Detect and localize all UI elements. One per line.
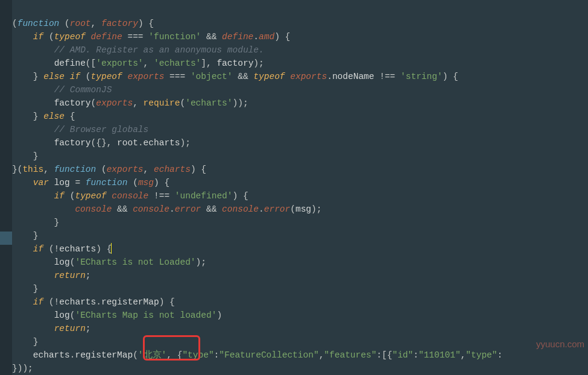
code-editor[interactable]: (function (root, factory) { if (typeof d… xyxy=(12,4,502,375)
kw-function: function xyxy=(17,19,60,28)
gutter xyxy=(0,0,12,375)
line-marker xyxy=(0,232,12,245)
comment-amd: // AMD. Register as an anonymous module. xyxy=(54,45,264,55)
comment-browser: // Browser globals xyxy=(54,125,149,134)
watermark: yyuucn.com xyxy=(536,338,584,351)
text-cursor xyxy=(111,243,112,254)
comment-commonjs: // CommonJS xyxy=(54,85,112,95)
